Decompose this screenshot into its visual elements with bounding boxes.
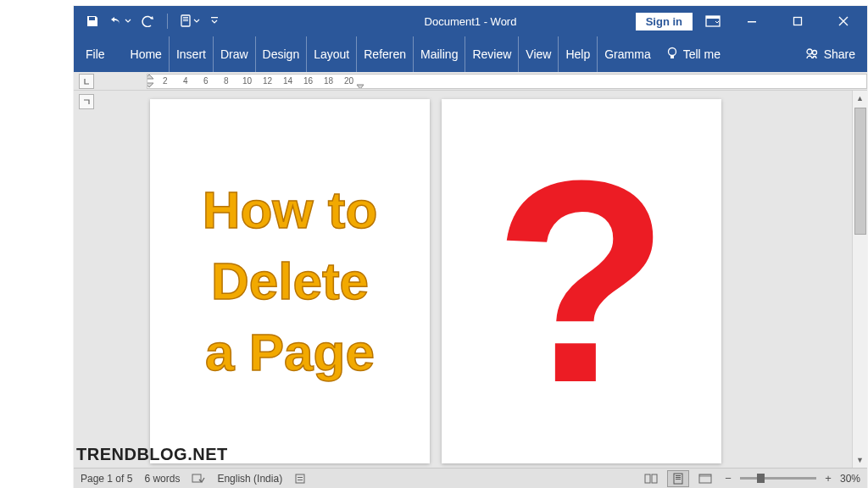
spellcheck-status[interactable] (192, 473, 205, 485)
scroll-thumb[interactable] (854, 108, 866, 235)
print-layout-icon (672, 473, 684, 485)
ruler-tick: 10 (242, 76, 252, 86)
ruler-tick: 2 (163, 76, 168, 86)
tab-help[interactable]: Help (559, 36, 598, 72)
web-layout-view-button[interactable] (694, 470, 716, 487)
svg-rect-6 (706, 16, 720, 19)
window-title: Document1 - Word (425, 15, 517, 28)
zoom-slider-track[interactable] (740, 477, 816, 480)
tab-home[interactable]: Home (124, 36, 170, 72)
horizontal-ruler[interactable]: 2 4 6 8 10 12 14 16 18 20 (147, 74, 867, 89)
tab-mailings[interactable]: Mailing (414, 36, 465, 72)
accessibility-icon (294, 473, 306, 485)
svg-rect-7 (748, 21, 756, 23)
tab-layout[interactable]: Layout (307, 36, 357, 72)
read-mode-view-button[interactable] (640, 470, 662, 487)
svg-rect-18 (652, 474, 657, 483)
scroll-up-arrow-icon[interactable]: ▲ (853, 91, 868, 106)
watermark-text: TRENDBLOG.NET (76, 445, 228, 464)
web-layout-icon (698, 474, 712, 484)
vertical-scrollbar[interactable]: ▲ ▼ (852, 91, 867, 468)
share-icon (805, 47, 819, 62)
redo-icon[interactable] (142, 15, 155, 27)
tab-review[interactable]: Review (465, 36, 519, 72)
page1-text-content: How to Delete a Page (203, 175, 378, 387)
document-page-1[interactable]: How to Delete a Page (150, 99, 430, 463)
scroll-down-arrow-icon[interactable]: ▼ (853, 452, 868, 468)
ruler-tick: 18 (324, 76, 333, 86)
ruler-row: 2 4 6 8 10 12 14 16 18 20 (74, 72, 867, 91)
file-tab[interactable]: File (74, 36, 117, 72)
status-bar: Page 1 of 5 6 words English (India) − (74, 468, 867, 488)
save-icon[interactable] (86, 14, 99, 28)
ruler-tick: 16 (303, 76, 313, 86)
svg-rect-13 (192, 474, 201, 482)
ruler-tick: 4 (183, 76, 188, 86)
ribbon-display-options-icon[interactable] (701, 9, 725, 33)
indent-marker-icon[interactable] (147, 74, 154, 89)
word-application-window: Document1 - Word Sign in File Home Inser… (74, 6, 867, 488)
tab-insert[interactable]: Insert (170, 36, 214, 72)
page1-line1: How to (203, 175, 378, 246)
ribbon-tabs: File Home Insert Draw Design Layout Refe… (74, 36, 867, 72)
page2-question-mark: ? (493, 159, 670, 404)
tab-view[interactable]: View (519, 36, 559, 72)
scroll-track[interactable] (853, 106, 868, 452)
maximize-button[interactable] (779, 6, 816, 36)
document-page-2[interactable]: ? (442, 99, 721, 463)
zoom-slider: − + (721, 472, 835, 485)
svg-point-12 (812, 50, 816, 54)
zoom-slider-thumb[interactable] (757, 474, 765, 483)
svg-rect-20 (676, 475, 681, 476)
quick-access-toolbar (74, 14, 219, 29)
share-label: Share (824, 47, 855, 61)
svg-rect-4 (211, 17, 218, 18)
tab-selector[interactable] (79, 74, 94, 89)
qat-customize-icon[interactable] (210, 16, 219, 26)
tab-design[interactable]: Design (256, 36, 308, 72)
title-bar: Document1 - Word Sign in (74, 6, 867, 36)
tab-references[interactable]: Referen (357, 36, 414, 72)
svg-point-11 (807, 49, 812, 54)
share-button[interactable]: Share (793, 36, 867, 72)
tab-draw[interactable]: Draw (214, 36, 256, 72)
zoom-out-button[interactable]: − (721, 472, 735, 485)
accessibility-status[interactable] (294, 473, 306, 485)
zoom-level[interactable]: 30% (840, 473, 860, 485)
svg-rect-16 (298, 480, 303, 480)
status-right-group: − + 30% (640, 470, 860, 487)
vertical-ruler-corner[interactable] (79, 94, 94, 109)
print-layout-view-button[interactable] (667, 470, 689, 487)
word-count-status[interactable]: 6 words (144, 473, 180, 485)
ruler-tick: 14 (283, 76, 292, 86)
undo-icon[interactable] (109, 15, 131, 27)
svg-rect-8 (794, 18, 802, 25)
svg-point-9 (668, 47, 676, 55)
right-indent-marker-icon[interactable] (356, 80, 364, 89)
svg-rect-10 (670, 56, 674, 58)
language-status[interactable]: English (India) (217, 473, 282, 485)
svg-rect-14 (296, 474, 304, 483)
page-number-status[interactable]: Page 1 of 5 (81, 473, 132, 485)
pages-container: How to Delete a Page ? (150, 99, 721, 463)
page1-line2: Delete (203, 246, 378, 317)
title-bar-right: Sign in (636, 6, 867, 36)
tab-grammarly[interactable]: Gramma (598, 36, 657, 72)
minimize-button[interactable] (733, 6, 771, 36)
tell-me-search[interactable]: Tell me (658, 36, 729, 72)
lightbulb-icon (666, 47, 678, 63)
zoom-in-button[interactable]: + (821, 472, 835, 485)
qat-separator (167, 14, 168, 29)
close-button[interactable] (825, 6, 862, 36)
svg-rect-22 (676, 479, 681, 480)
tell-me-label: Tell me (683, 47, 721, 61)
touch-mode-icon[interactable] (180, 14, 200, 28)
ruler-tick: 20 (344, 76, 353, 86)
svg-rect-17 (645, 474, 650, 483)
ruler-tick: 6 (203, 76, 209, 86)
svg-rect-2 (183, 19, 188, 19)
sign-in-button[interactable]: Sign in (636, 13, 693, 30)
svg-rect-15 (298, 477, 303, 478)
svg-rect-24 (699, 474, 711, 477)
svg-rect-1 (183, 17, 188, 18)
